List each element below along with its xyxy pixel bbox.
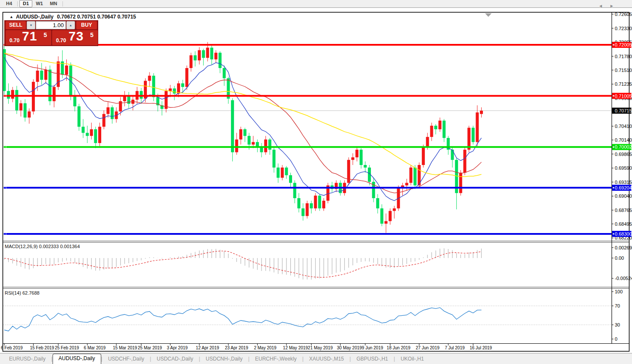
time-axis-label: 12 May 2019 [283,345,308,350]
chart-tab-xauusd-m15[interactable]: XAUUSD-,M15 [304,355,350,364]
time-axis-label: 16 Jul 2019 [470,345,492,350]
mt4-window: H4D1W1MN 0.726050.723300.720550.717800.7… [0,0,632,364]
sell-price-box[interactable]: 0.70 71 5 [6,30,51,45]
time-axis-label: 18 Jun 2019 [387,345,411,350]
volume-decrease-button[interactable]: ▼ [27,21,35,29]
tab-scroll-left-icon[interactable]: ◄ [598,3,610,8]
tab-scroll-arrows: ◄► [598,3,621,8]
candle [144,78,147,103]
candle [32,79,35,115]
price-axis-label: 0.69315 [615,180,632,185]
svg-text:0.70715: 0.70715 [615,108,632,113]
chart-tab-usdcad-daily[interactable]: USDCAD-,Daily [151,355,199,364]
sell-button[interactable]: SELL [6,21,26,29]
volume-input[interactable] [36,21,66,29]
price-level-badge: 0.71005 [612,93,632,99]
svg-text:0.71005: 0.71005 [615,93,632,99]
price-level-badge: 0.69204 [612,185,632,191]
rsi-indicator-label: RSI(14) 62.7688 [5,290,40,296]
chart-tab-bar: EURUSD-,Daily|AUDUSD-,Daily|USDCHF-,Dail… [0,353,632,364]
sell-price-prefix: 0.70 [9,37,19,44]
time-axis-label: 25 Mar 2019 [138,345,162,350]
time-axis-label: 15 Mar 2019 [113,345,137,350]
macd-axis-label: 0.00 [615,255,624,261]
chart-tab-eurusd-daily[interactable]: EURUSD-,Daily [3,355,51,364]
price-axis-label: 0.70140 [615,137,632,143]
time-axis-label: 6 Feb 2019 [1,345,23,350]
candle [347,157,350,185]
svg-text:0.72005: 0.72005 [615,42,632,47]
tab-scroll-right-icon[interactable]: ► [610,3,621,8]
collapse-trade-panel-icon[interactable]: ▲ [9,15,13,19]
rsi-axis-label: 100 [615,289,623,294]
price-level-badge: 0.72005 [612,42,632,48]
one-click-trade-panel: SELL ▼ ▲ BUY 0.70 71 5 0.70 73 5 [4,20,98,46]
svg-text:0.69204: 0.69204 [615,185,632,190]
volume-increase-button[interactable]: ▲ [66,21,75,29]
candle [327,183,330,203]
chart-tab-usdcnh-daily[interactable]: USDCNH-,Daily [200,355,248,364]
time-axis-label: 2 May 2019 [254,345,277,350]
macd-axis-label: -0.005242 [615,276,632,281]
sell-price-main: 71 [22,29,37,44]
candle [231,98,234,162]
time-axis-label: 3 Apr 2019 [167,345,188,350]
buy-price-pip: 5 [90,31,93,38]
chart-title: ▲AUDUSD-,Daily0.70672 0.70751 0.70647 0.… [9,14,136,20]
svg-text:0.68300: 0.68300 [615,231,632,236]
candle [422,145,425,168]
chart-ohlc-values: 0.70672 0.70751 0.70647 0.70715 [57,14,136,20]
price-axis-label: 0.71235 [615,81,632,87]
price-axis-label: 0.70410 [615,124,632,129]
buy-price-box[interactable]: 0.70 73 5 [52,30,98,45]
time-axis-label: 7 Jul 2019 [445,345,465,350]
chart-tab-audusd-daily[interactable]: AUDUSD-,Daily [53,354,101,364]
rsi-plot-area[interactable] [3,289,611,343]
time-axis-label: 23 Apr 2019 [225,345,248,350]
time-axis-label: 27 Jun 2019 [416,345,439,350]
candle [463,147,466,175]
buy-price-prefix: 0.70 [56,37,66,44]
candle [459,170,462,196]
candle [3,45,6,96]
candle [165,88,168,112]
price-axis-label: 0.68765 [615,208,632,213]
price-axis-label: 0.69865 [615,152,632,157]
time-axis-label: 15 Feb 2019 [30,345,54,350]
price-axis-label: 0.69040 [615,193,632,199]
line-drag-handle[interactable] [4,95,6,97]
line-drag-handle[interactable] [4,187,6,189]
line-drag-handle[interactable] [4,146,6,148]
current-price-badge: 0.70715 [612,108,632,114]
buy-button[interactable]: BUY [76,21,97,29]
candle [472,126,475,145]
chart-canvas[interactable]: 0.726050.723300.720550.717800.715100.712… [0,0,632,353]
time-axis-label: 9 Jun 2019 [362,345,383,350]
time-axis-label: 6 Mar 2019 [84,345,106,350]
macd-indicator-label: MACD(12,26,9) 0.002333 0.001364 [5,244,80,249]
price-axis-label: 0.69590 [615,165,632,171]
candle [15,86,18,114]
chart-tab-gbpusd-h1[interactable]: GBPUSD-,H1 [351,355,393,364]
time-axis-label: 21 May 2019 [308,345,333,350]
candle [467,126,470,152]
time-axis-label: 30 May 2019 [337,345,362,350]
price-axis-label: 0.72330 [615,26,632,31]
sell-price-pip: 5 [44,31,47,38]
time-axis-label: 12 Apr 2019 [196,345,219,350]
rsi-axis-label: 70 [615,303,620,308]
line-drag-handle[interactable] [4,233,6,235]
chart-tab-usdchf-daily[interactable]: USDCHF-,Daily [103,355,150,364]
candle [409,165,412,185]
buy-price-main: 73 [68,29,84,44]
chart-tab-eurchf-weekly[interactable]: EURCHF-,Weekly [249,355,302,364]
candle [305,201,308,218]
time-axis-label: 25 Feb 2019 [55,345,79,350]
price-axis-label: 0.71780 [615,54,632,59]
price-axis-label: 0.71510 [615,68,632,73]
macd-axis-label: 0.002694 [615,245,632,250]
price-axis-label: 0.68495 [615,221,632,227]
rsi-axis-label: 0 [615,336,617,342]
chart-tab-ukoil-h1[interactable]: UKOil-,H1 [395,355,430,364]
price-level-badge: 0.70002 [612,144,632,150]
